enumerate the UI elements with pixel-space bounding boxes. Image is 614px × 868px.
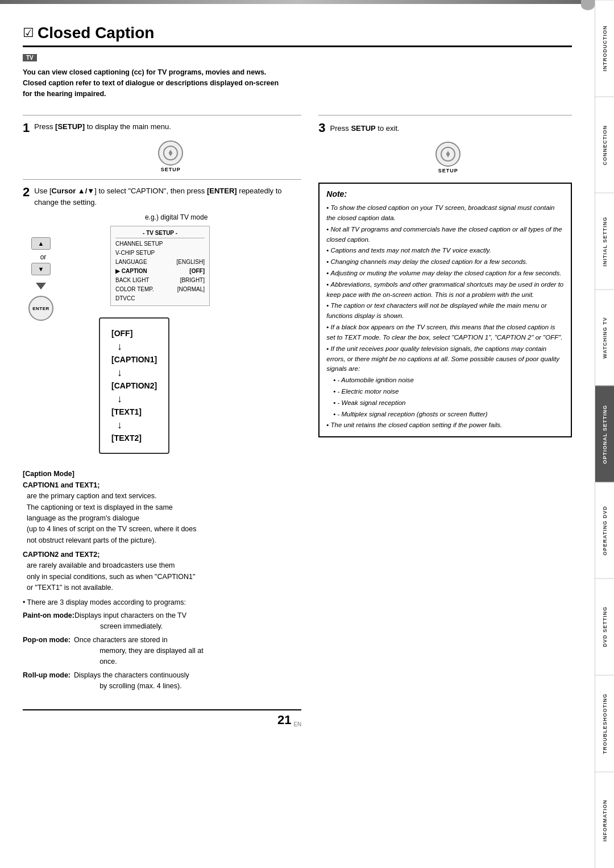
caption-mode-header: [Caption Mode] — [23, 469, 301, 480]
pop-on-desc: Once characters are stored in memory, th… — [74, 635, 301, 668]
note-item-8: If a black box appears on the TV screen,… — [326, 323, 564, 343]
caption2-text2-header: CAPTION2 and TEXT2; — [23, 549, 301, 560]
tv-menu: - TV SETUP - CHANNEL SETUP V-CHIP SETUP … — [110, 226, 210, 306]
step2-inner: ▲ or ▼ ENTER - TV SETUP - — [23, 226, 301, 460]
page-number-row: 21 EN — [23, 709, 301, 728]
note-item-7: The caption or text characters will not … — [326, 301, 564, 321]
checkbox-icon: ☑ — [23, 26, 34, 40]
flow-text1-label: [TEXT1] — [111, 404, 142, 420]
step1-bold: [SETUP] — [55, 122, 85, 131]
cursor-down-icon — [35, 282, 47, 292]
cursor-up-btn: ▲ — [31, 237, 51, 250]
page-number: 21 — [277, 713, 291, 728]
step1-setup-btn: SETUP — [40, 140, 301, 172]
arrow-down-1: ↓ — [117, 341, 122, 352]
menu-row-dtvcc: DTVCC — [115, 294, 205, 303]
note-item-5: Adjusting or muting the volume may delay… — [326, 268, 564, 279]
enter-bold: [ENTER] — [207, 187, 237, 195]
paint-on-row: Paint-on mode: Displays input characters… — [23, 610, 301, 633]
tv-badge: TV — [23, 54, 37, 61]
menu-row-backlight: BACK LIGHT[BRIGHT] — [115, 276, 205, 285]
roll-up-label: Roll-up mode: — [23, 670, 74, 692]
caption1-text1-header: CAPTION1 and TEXT1; — [23, 480, 301, 491]
paint-on-desc: Displays input characters on the TV scre… — [74, 610, 301, 633]
sidebar-tab-information[interactable]: INFORMATION — [595, 772, 614, 869]
step2-divider — [23, 179, 301, 180]
step2-number: 2 — [23, 185, 30, 199]
sidebar-tab-connection[interactable]: CONNECTION — [595, 97, 614, 193]
setup-circle-icon — [158, 140, 183, 166]
note-box: Note: To show the closed caption on your… — [318, 183, 572, 437]
eg-label: e.g.) digital TV mode — [51, 213, 301, 221]
note-item-9a: - Automobile ignition noise — [326, 375, 564, 386]
note-item-9d: - Multiplex signal reception (ghosts or … — [326, 410, 564, 420]
step3-divider — [318, 115, 572, 115]
or-label: or — [40, 253, 47, 261]
caption-flow-box: [OFF] ↓ [CAPTION1] ↓ [CAPTION2] ↓ — [99, 317, 169, 454]
display-modes-intro: • There are 3 display modes according to… — [23, 597, 301, 608]
step3-setup-circle — [435, 142, 460, 167]
sidebar-tab-introduction[interactable]: INTRODUCTION — [595, 0, 614, 97]
flow-text2-label: [TEXT2] — [111, 430, 142, 446]
flow-caption1-label: [CAPTION1] — [111, 352, 157, 367]
flow-off-label: [OFF] — [111, 325, 132, 341]
flow-text2: [TEXT2] — [111, 430, 157, 446]
menu-row-language: LANGUAGE[ENGLISH] — [115, 258, 205, 267]
svg-point-1 — [169, 151, 172, 155]
step2-text: Use [Cursor ▲/▼] to select "CAPTION", th… — [34, 185, 301, 208]
main-content: ☑ Closed Caption TV You can view closed … — [0, 0, 595, 868]
sidebar-tab-optional-setting[interactable]: OPTIONAL SETTING — [595, 386, 614, 482]
step3-bold: SETUP — [351, 124, 375, 133]
note-item-3: Captions and texts may not match the TV … — [326, 246, 564, 256]
sidebar-tab-troubleshooting[interactable]: TROUBLESHOOTING — [595, 675, 614, 772]
step3-setup-label: SETUP — [438, 168, 458, 173]
note-item-2: Not all TV programs and commercials have… — [326, 225, 564, 245]
step3-row: 3 Press SETUP to exit. — [318, 121, 572, 135]
arrow-down-4: ↓ — [117, 420, 122, 430]
step2-right-content: - TV SETUP - CHANNEL SETUP V-CHIP SETUP … — [65, 226, 210, 460]
arrow-down-2: ↓ — [117, 367, 122, 378]
note-item-9: If the unit receives poor quality televi… — [326, 344, 564, 374]
page-title: Closed Caption — [38, 24, 154, 42]
sidebar: INTRODUCTION CONNECTION INITIAL SETTING … — [595, 0, 614, 868]
sidebar-tab-watching-tv[interactable]: WATCHING TV — [595, 290, 614, 386]
menu-row-vchip: V-CHIP SETUP — [115, 249, 205, 258]
pop-on-label: Pop-on mode: — [23, 635, 74, 668]
pop-on-row: Pop-on mode: Once characters are stored … — [23, 635, 301, 668]
menu-row-caption: ▶ CAPTION[OFF] — [115, 267, 205, 276]
caption-mode-section: [Caption Mode] CAPTION1 and TEXT1; are t… — [23, 469, 301, 692]
caption1-text1-body: are the primary caption and text service… — [23, 491, 301, 546]
cursor-down-btn: ▼ — [31, 263, 51, 275]
note-item-4: Changing channels may delay the closed c… — [326, 257, 564, 267]
step1-number: 1 — [23, 121, 30, 135]
note-list: To show the closed caption on your TV sc… — [326, 203, 564, 431]
flow-text1: [TEXT1] ↓ — [111, 404, 157, 430]
arrow-down-3: ↓ — [117, 394, 122, 404]
sidebar-tab-operating-dvd[interactable]: OPERATING DVD — [595, 482, 614, 579]
col-right: 3 Press SETUP to exit. SETUP Note: — [318, 108, 572, 727]
flow-caption2: [CAPTION2] ↓ — [111, 378, 157, 404]
step3-number: 3 — [318, 121, 325, 135]
step2-row: 2 Use [Cursor ▲/▼] to select "CAPTION", … — [23, 185, 301, 208]
flow-off: [OFF] ↓ — [111, 325, 157, 352]
step3-setup-btn: SETUP — [324, 142, 572, 173]
flow-caption1: [CAPTION1] ↓ — [111, 352, 157, 378]
step1-divider — [23, 115, 301, 115]
note-title: Note: — [326, 188, 564, 201]
sidebar-tab-dvd-setting[interactable]: DVD SETTING — [595, 578, 614, 675]
en-label: EN — [293, 721, 301, 728]
cursor-bold: Cursor ▲/▼ — [52, 187, 95, 195]
note-item-10: The unit retains the closed caption sett… — [326, 420, 564, 431]
page-title-row: ☑ Closed Caption — [23, 24, 572, 47]
enter-btn-label: ENTER — [32, 306, 49, 311]
sidebar-tab-initial-setting[interactable]: INITIAL SETTING — [595, 193, 614, 290]
note-item-6: Abbreviations, symbols and other grammat… — [326, 280, 564, 300]
menu-row-colortemp: COLOR TEMP.[NORMAL] — [115, 285, 205, 294]
svg-marker-2 — [36, 283, 46, 290]
menu-row-channel: CHANNEL SETUP — [115, 239, 205, 249]
intro-text: You can view closed captioning (cc) for … — [23, 67, 572, 99]
step1-setup-label: SETUP — [161, 167, 181, 172]
step1-text: Press [SETUP] to display the main menu. — [34, 121, 171, 133]
step3-text: Press SETUP to exit. — [330, 123, 400, 134]
note-item-1: To show the closed caption on your TV sc… — [326, 203, 564, 224]
